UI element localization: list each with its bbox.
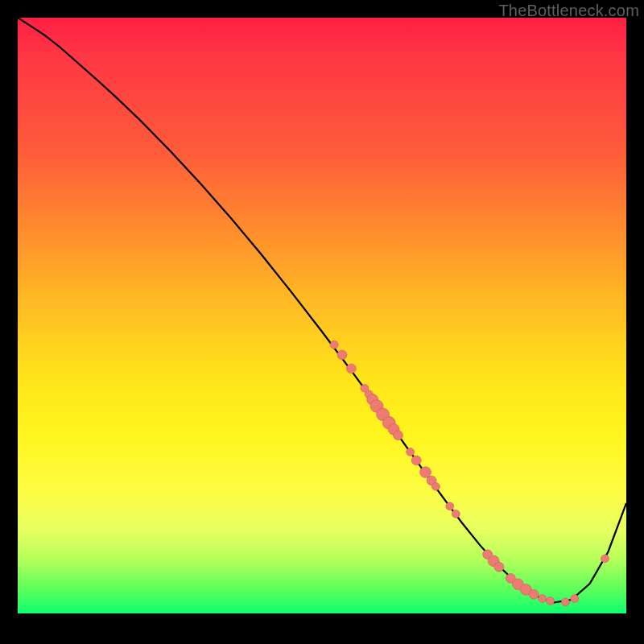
bottleneck-curve	[18, 18, 626, 603]
data-point	[494, 562, 504, 572]
data-point	[601, 555, 609, 563]
data-point	[539, 595, 547, 603]
data-point	[431, 482, 440, 490]
data-point	[452, 510, 460, 518]
chart-svg	[18, 18, 626, 613]
stage: TheBottleneck.com	[0, 0, 644, 644]
chart-area	[18, 18, 626, 613]
data-point	[446, 502, 454, 510]
data-point	[330, 341, 338, 349]
data-point	[561, 598, 569, 606]
data-point	[393, 431, 402, 440]
data-point	[547, 597, 555, 605]
data-point	[571, 595, 579, 603]
data-point	[411, 456, 421, 465]
highlighted-points	[330, 341, 609, 605]
data-point	[337, 350, 347, 360]
data-point	[529, 589, 539, 599]
data-point	[407, 448, 415, 456]
data-point	[346, 364, 356, 374]
